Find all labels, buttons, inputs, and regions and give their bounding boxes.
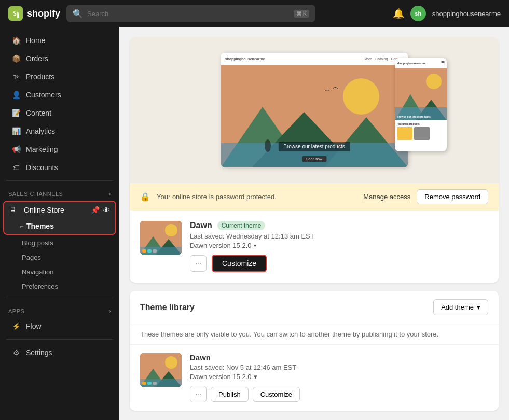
theme-name-row: Dawn Current theme (190, 221, 488, 230)
desktop-shop-btn: Shop now (302, 156, 326, 162)
theme-color-dots (142, 249, 157, 253)
sidebar-item-blog-posts[interactable]: Blog posts (3, 236, 116, 250)
sidebar-item-marketing[interactable]: 📢 Marketing (3, 141, 116, 158)
sidebar-item-orders[interactable]: 📦 Orders (3, 50, 116, 67)
topbar: shopify 🔍 ⌘ K 🔔 sh shoppinghousenearme (0, 0, 509, 27)
sidebar-item-navigation[interactable]: Navigation (3, 265, 116, 279)
library-theme-version: Dawn version 15.2.0 ▾ (190, 373, 488, 381)
content-icon: 📝 (11, 108, 21, 118)
library-description: These themes are only visible to you. Yo… (130, 324, 499, 345)
sidebar-item-settings[interactable]: ⚙ Settings (3, 344, 116, 361)
sales-channels-chevron[interactable]: › (109, 190, 112, 198)
mobile-hero: Browse our latest products (395, 68, 447, 120)
pin-icon[interactable]: 📌 (91, 206, 100, 214)
library-dot-1 (142, 382, 146, 385)
sidebar-item-themes[interactable]: ⌐ Themes (4, 218, 115, 234)
current-theme-badge: Current theme (217, 221, 266, 230)
library-title: Theme library (140, 303, 195, 312)
analytics-icon: 📊 (11, 127, 21, 136)
apps-section: Apps › (0, 302, 119, 317)
themes-branch-icon: ⌐ (20, 222, 23, 230)
shopify-icon (8, 6, 23, 21)
sidebar-item-content[interactable]: 📝 Content (3, 104, 116, 122)
library-customize-button[interactable]: Customize (253, 387, 300, 402)
library-more-options-button[interactable]: ··· (190, 386, 207, 402)
products-icon: 🛍 (11, 72, 21, 81)
marketing-icon: 📢 (11, 145, 21, 154)
sidebar-item-products[interactable]: 🛍 Products (3, 68, 116, 86)
store-name-label: shoppinghousenearme (432, 10, 501, 18)
sidebar-item-customers[interactable]: 👤 Customers (3, 86, 116, 104)
desktop-hero-image: Browse our latest products Shop now (221, 65, 408, 167)
manage-access-link[interactable]: Manage access (363, 193, 410, 201)
theme-preview-card: shoppinghousenearme Store Catalog Contac… (130, 37, 499, 283)
library-dot-3 (153, 382, 157, 385)
customize-button[interactable]: Customize (212, 255, 267, 272)
desktop-hero-text: Browse our latest products (278, 142, 350, 151)
version-chevron[interactable]: ▾ (254, 243, 256, 248)
mobile-body: Featured products (395, 120, 447, 142)
more-options-button[interactable]: ··· (190, 255, 207, 272)
library-theme-name: Dawn (190, 353, 488, 362)
theme-library-card: Theme library Add theme ▾ These themes a… (130, 291, 499, 411)
sidebar-item-analytics[interactable]: 📊 Analytics (3, 122, 116, 140)
sales-channels-section: Sales channels › (0, 185, 119, 200)
dot-orange (142, 249, 146, 253)
sidebar-divider-2 (6, 298, 113, 298)
mobile-header: shoppinghousenearme ☰ (395, 58, 447, 68)
apps-chevron[interactable]: › (109, 307, 112, 315)
settings-icon: ⚙ (11, 348, 21, 357)
flow-icon: ⚡ (11, 321, 21, 331)
eye-icon[interactable]: 👁 (103, 206, 110, 214)
home-icon: 🏠 (11, 36, 21, 45)
remove-password-button[interactable]: Remove password (417, 189, 488, 204)
online-store-highlight-box: 🖥 Online Store 📌 👁 ⌐ Themes (3, 201, 116, 235)
add-theme-chevron: ▾ (477, 303, 480, 311)
password-message: Your online store is password protected. (157, 193, 357, 201)
svg-point-8 (426, 74, 442, 89)
dot-gray (153, 249, 157, 253)
library-dot-2 (147, 382, 152, 385)
sidebar-item-discounts[interactable]: 🏷 Discounts (3, 159, 116, 176)
notification-icon[interactable]: 🔔 (393, 8, 404, 19)
avatar: sh (410, 6, 426, 21)
product-thumb-2 (414, 127, 430, 140)
library-theme-thumbnail (140, 353, 182, 387)
library-theme-last-saved: Last saved: Nov 5 at 12:46 am EST (190, 363, 488, 371)
library-version-chevron[interactable]: ▾ (254, 373, 257, 381)
mobile-preview: shoppinghousenearme ☰ Browse our latest … (395, 58, 447, 151)
sidebar: 🏠 Home 📦 Orders 🛍 Products 👤 Customers 📝… (0, 27, 119, 420)
svg-point-13 (165, 224, 177, 236)
sidebar-item-flow[interactable]: ⚡ Flow (3, 317, 116, 335)
current-theme-name: Dawn (190, 221, 212, 230)
desktop-preview-bar: shoppinghousenearme Store Catalog Contac… (221, 53, 408, 65)
search-icon: 🔍 (73, 9, 83, 19)
library-theme-actions: ··· Publish Customize (190, 386, 488, 402)
library-theme-info: Dawn Last saved: Nov 5 at 12:46 am EST D… (190, 353, 488, 402)
product-thumb-1 (397, 127, 412, 140)
lock-icon: 🔒 (140, 192, 150, 202)
add-theme-button[interactable]: Add theme ▾ (433, 299, 488, 315)
library-header: Theme library Add theme ▾ (130, 291, 499, 324)
library-theme-dots (142, 382, 157, 385)
sidebar-item-online-store[interactable]: 🖥 Online Store 📌 👁 (4, 202, 115, 218)
desktop-brand: shoppinghousenearme (225, 57, 265, 61)
search-bar[interactable]: 🔍 ⌘ K (66, 5, 315, 22)
sidebar-item-preferences[interactable]: Preferences (3, 279, 116, 293)
logo: shopify (8, 6, 60, 21)
sidebar-item-pages[interactable]: Pages (3, 250, 116, 264)
current-theme-info: Dawn Current theme Last saved: Wednesday… (190, 221, 488, 272)
password-banner: 🔒 Your online store is password protecte… (130, 183, 499, 211)
svg-rect-11 (395, 107, 447, 120)
svg-point-18 (165, 356, 177, 369)
current-theme-thumbnail (140, 221, 182, 255)
search-input[interactable] (87, 10, 290, 18)
mobile-hero-text: Browse our latest products (397, 115, 445, 118)
sidebar-item-home[interactable]: 🏠 Home (3, 32, 116, 49)
current-theme-last-saved: Last saved: Wednesday at 12:13 am EST (190, 232, 488, 240)
orders-icon: 📦 (11, 54, 21, 63)
publish-button[interactable]: Publish (211, 387, 249, 402)
library-theme-item: Dawn Last saved: Nov 5 at 12:46 am EST D… (130, 345, 499, 411)
current-theme-section: Dawn Current theme Last saved: Wednesday… (130, 211, 499, 283)
customers-icon: 👤 (11, 90, 21, 100)
